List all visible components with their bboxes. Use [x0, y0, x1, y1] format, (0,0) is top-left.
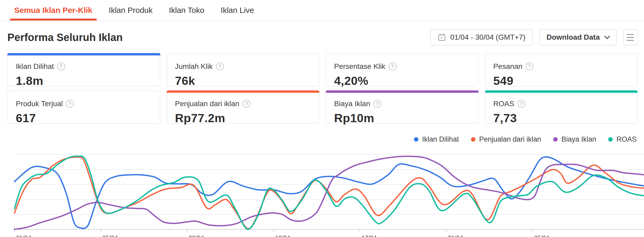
- svg-text:01/04: 01/04: [16, 235, 31, 237]
- metric-card[interactable]: Persentase Klik? 4,20%: [326, 53, 479, 86]
- metric-card[interactable]: Penjualan dari iklan? Rp77.2m: [167, 90, 320, 124]
- chevron-down-icon: [604, 33, 610, 39]
- svg-text:17/04: 17/04: [361, 235, 377, 237]
- header-row: Performa Seluruh Iklan 01/04 - 30/04 (GM…: [7, 29, 638, 46]
- date-range-text: 01/04 - 30/04 (GMT+7): [450, 33, 526, 42]
- help-icon[interactable]: ?: [66, 100, 74, 108]
- help-icon[interactable]: ?: [526, 63, 533, 70]
- legend-label: ROAS: [616, 135, 637, 143]
- card-value: 4,20%: [334, 74, 470, 88]
- card-value: 1.8m: [16, 74, 152, 88]
- menu-button[interactable]: [623, 29, 638, 45]
- legend-label: Penjualan dari iklan: [479, 135, 541, 143]
- legend-item[interactable]: Penjualan dari iklan: [471, 135, 541, 143]
- metric-card[interactable]: Biaya Iklan? Rp10m: [326, 90, 479, 124]
- ads-type-tabbar: Semua Iklan Per-Klik Iklan Produk Iklan …: [0, 0, 644, 21]
- tab-iklan-toko[interactable]: Iklan Toko: [165, 0, 209, 20]
- metric-card[interactable]: Pesanan? 549: [485, 53, 638, 86]
- card-value: 7,73: [493, 111, 630, 125]
- legend-item[interactable]: Iklan Dilihat: [414, 135, 459, 143]
- card-accent-bar: [485, 90, 638, 93]
- card-value: 549: [493, 74, 630, 88]
- metric-card[interactable]: ROAS? 7,73: [485, 90, 638, 124]
- legend-dot: [608, 137, 613, 142]
- card-label-text: Produk Terjual: [16, 100, 63, 107]
- svg-text:13/04: 13/04: [275, 235, 290, 237]
- svg-text:21/04: 21/04: [448, 235, 463, 237]
- card-label-text: Jumlah Klik: [175, 63, 213, 70]
- help-icon[interactable]: ?: [216, 63, 224, 70]
- metric-card[interactable]: Iklan Dilihat? 1.8m: [7, 53, 160, 86]
- card-label-text: Penjualan dari iklan: [175, 100, 239, 107]
- card-label-text: ROAS: [493, 100, 514, 107]
- menu-icon: [627, 34, 634, 35]
- tab-label: Semua Iklan Per-Klik: [14, 6, 92, 15]
- card-accent-bar: [7, 53, 160, 55]
- legend-dot: [471, 137, 475, 142]
- svg-text:05/04: 05/04: [102, 235, 118, 237]
- help-icon[interactable]: ?: [517, 100, 525, 108]
- card-value: Rp77.2m: [175, 111, 311, 125]
- card-accent-bar: [167, 90, 320, 93]
- card-label-text: Iklan Dilihat: [16, 63, 54, 70]
- tab-label: Iklan Toko: [169, 6, 205, 15]
- help-icon[interactable]: ?: [373, 100, 381, 108]
- page-title: Performa Seluruh Iklan: [7, 32, 123, 43]
- tab-label: Iklan Produk: [109, 6, 153, 15]
- card-value: 76k: [175, 74, 311, 88]
- card-accent-bar: [326, 90, 479, 93]
- calendar-icon: [438, 33, 446, 42]
- help-icon[interactable]: ?: [242, 100, 250, 108]
- download-data-label: Download Data: [547, 33, 600, 42]
- legend-label: Iklan Dilihat: [422, 135, 459, 143]
- legend-label: Biaya Iklan: [561, 135, 596, 143]
- metric-card[interactable]: Produk Terjual? 617: [7, 90, 160, 124]
- card-value: Rp10m: [334, 111, 470, 125]
- card-label-text: Biaya Iklan: [334, 100, 370, 107]
- legend-dot: [553, 137, 558, 142]
- legend-item[interactable]: Biaya Iklan: [553, 135, 596, 143]
- card-label-text: Persentase Klik: [334, 63, 385, 70]
- date-range-picker[interactable]: 01/04 - 30/04 (GMT+7): [430, 29, 533, 45]
- svg-text:25/04: 25/04: [534, 235, 549, 237]
- card-value: 617: [16, 111, 152, 125]
- help-icon[interactable]: ?: [389, 63, 397, 70]
- performance-chart-svg: 01/0405/0409/0413/0417/0421/0425/04: [0, 148, 644, 237]
- metric-card[interactable]: Jumlah Klik? 76k: [167, 53, 320, 86]
- tab-iklan-live[interactable]: Iklan Live: [216, 0, 258, 20]
- tab-semua-iklan-per-klik[interactable]: Semua Iklan Per-Klik: [10, 0, 97, 20]
- metric-cards-grid: Iklan Dilihat? 1.8m Jumlah Klik? 76k Per…: [7, 53, 638, 124]
- chart-legend: Iklan Dilihat Penjualan dari iklan Biaya…: [7, 135, 638, 143]
- download-data-button[interactable]: Download Data: [539, 29, 617, 45]
- card-label-text: Pesanan: [493, 63, 523, 70]
- tab-label: Iklan Live: [221, 6, 254, 15]
- header-controls: 01/04 - 30/04 (GMT+7) Download Data: [430, 29, 638, 45]
- performance-chart[interactable]: 01/0405/0409/0413/0417/0421/0425/04: [0, 148, 644, 237]
- svg-text:09/04: 09/04: [189, 235, 204, 237]
- legend-dot: [414, 137, 418, 142]
- legend-item[interactable]: ROAS: [608, 135, 637, 143]
- help-icon[interactable]: ?: [57, 63, 65, 70]
- tab-iklan-produk[interactable]: Iklan Produk: [105, 0, 157, 20]
